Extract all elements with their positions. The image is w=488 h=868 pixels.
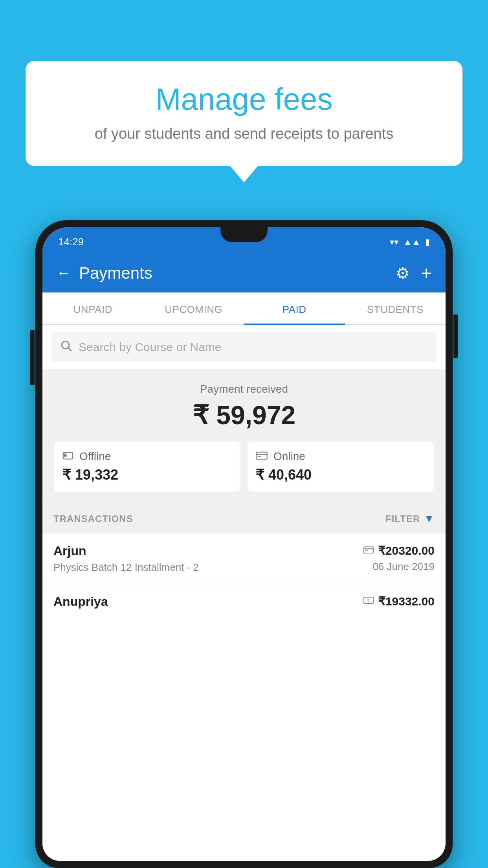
payment-received-label: Payment received [54,383,434,395]
table-row[interactable]: Arjun Physics Batch 12 Installment - 2 [42,533,446,584]
payment-summary: Payment received ₹ 59,972 ₹ [42,369,446,504]
phone-screen: 14:29 ▾▾ ▲▲ ▮ ← Payments ⚙ + [42,227,446,861]
svg-line-1 [68,348,71,351]
txn-right: ₹ ₹19332.00 [363,594,435,611]
search-input[interactable]: Search by Course or Name [79,340,222,354]
settings-icon[interactable]: ⚙ [396,264,410,282]
offline-label: Offline [79,450,111,463]
filter-icon: ▼ [424,513,435,525]
offline-amount: ₹ 19,332 [62,467,233,483]
wifi-icon: ▾▾ [390,237,398,247]
txn-left: Anupriya [53,594,108,612]
battery-icon: ▮ [425,237,430,247]
filter-label: FILTER [385,513,420,524]
txn-amount-row: ₹ ₹19332.00 [363,594,435,608]
txn-amount: ₹19332.00 [378,594,435,608]
svg-rect-6 [256,452,267,459]
add-icon[interactable]: + [421,262,432,284]
header-right: ⚙ + [396,262,432,284]
speech-bubble: Manage fees of your students and send re… [26,61,462,166]
svg-text:₹: ₹ [367,598,369,603]
phone-wrapper: 14:29 ▾▾ ▲▲ ▮ ← Payments ⚙ + [35,220,453,868]
back-button[interactable]: ← [56,265,71,281]
transactions-label: TRANSACTIONS [53,513,133,524]
filter-button[interactable]: FILTER ▼ [385,513,435,525]
txn-course: Physics Batch 12 Installment - 2 [53,561,199,574]
offline-card-header: ₹ Offline [62,450,233,463]
status-icons: ▾▾ ▲▲ ▮ [390,237,430,247]
svg-text:₹: ₹ [63,453,66,458]
online-amount: ₹ 40,640 [255,467,426,483]
payment-cards: ₹ Offline ₹ 19,332 [54,441,434,492]
phone-frame: 14:29 ▾▾ ▲▲ ▮ ← Payments ⚙ + [35,220,453,868]
online-icon [255,450,268,463]
table-row[interactable]: Anupriya ₹ ₹19332.00 [42,584,446,612]
online-card-header: Online [255,450,426,463]
page-title: Payments [79,264,152,283]
bubble-title: Manage fees [49,83,439,116]
signal-icon: ▲▲ [403,237,420,247]
transactions-header: TRANSACTIONS FILTER ▼ [42,504,446,533]
speech-bubble-container: Manage fees of your students and send re… [26,61,462,166]
online-label: Online [273,450,305,463]
txn-date: 06 June 2019 [363,561,435,573]
notch [220,227,268,242]
search-icon [60,339,72,355]
search-container: Search by Course or Name [42,325,446,369]
offline-icon: ₹ [62,450,74,463]
status-bar: 14:29 ▾▾ ▲▲ ▮ [42,227,446,255]
status-time: 14:29 [58,236,84,248]
txn-left: Arjun Physics Batch 12 Installment - 2 [53,544,199,574]
tabs-bar: UNPAID UPCOMING PAID STUDENTS [42,292,446,325]
cash-payment-icon: ₹ [363,595,374,607]
txn-name: Anupriya [53,594,108,609]
online-payment-card: Online ₹ 40,640 [248,441,434,492]
app-header: ← Payments ⚙ + [42,255,446,292]
tab-unpaid[interactable]: UNPAID [42,292,143,324]
search-box[interactable]: Search by Course or Name [51,332,437,362]
svg-rect-9 [364,547,373,553]
txn-name: Arjun [53,544,199,558]
tab-upcoming[interactable]: UPCOMING [143,292,244,324]
card-payment-icon [363,544,374,557]
txn-right: ₹20320.00 06 June 2019 [363,544,435,573]
transactions-list: Arjun Physics Batch 12 Installment - 2 [42,533,446,861]
tab-paid[interactable]: PAID [244,292,345,324]
txn-amount: ₹20320.00 [378,544,435,557]
bubble-subtitle: of your students and send receipts to pa… [49,123,439,144]
header-left: ← Payments [56,264,152,283]
payment-total-amount: ₹ 59,972 [54,400,434,430]
tab-students[interactable]: STUDENTS [345,292,446,324]
txn-amount-row: ₹20320.00 [363,544,435,557]
offline-payment-card: ₹ Offline ₹ 19,332 [54,441,240,492]
